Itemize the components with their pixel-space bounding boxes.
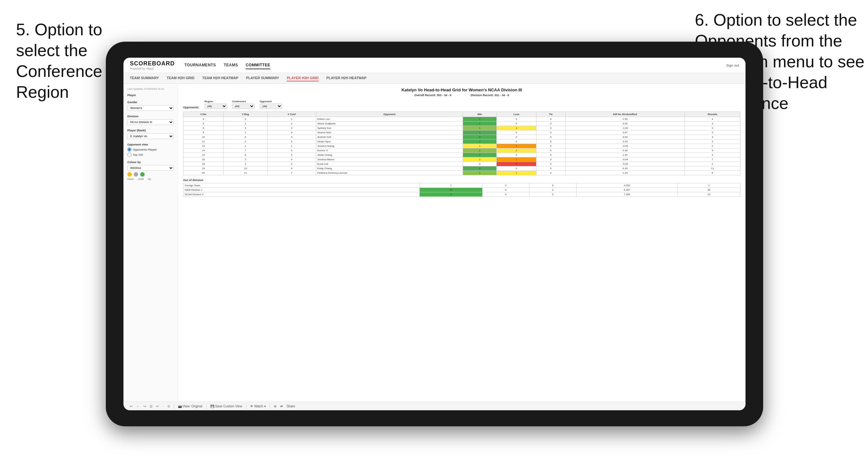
cell-div: 14 — [183, 148, 223, 153]
toolbar-view-original[interactable]: 📷 View: Original — [178, 405, 202, 408]
gender-select[interactable]: Women's — [127, 105, 174, 111]
nav-items: TOURNAMENTS TEAMS COMMITTEE — [184, 62, 717, 69]
region-select[interactable]: (All) — [205, 103, 227, 109]
ood-table-row: NCAA Division 2 5 0 0 7.400 10 — [183, 192, 740, 197]
cell-reg: 3 — [223, 157, 268, 162]
table-row: 14 7 4 Eunice Yi 2 2 0 0.38 9 — [183, 148, 740, 153]
legend-level: Level — [137, 178, 144, 181]
opponent-select[interactable]: (All) — [260, 103, 282, 109]
toolbar-grid[interactable]: ⊡ — [150, 405, 152, 408]
colour-section: Colour by Win/loss Down Level Up — [127, 161, 174, 181]
radio-top100[interactable]: Top 100 — [127, 153, 174, 157]
toolbar-share-icon[interactable]: ⇄ — [280, 405, 283, 408]
cell-loss: 0 — [497, 130, 536, 135]
circle-level — [134, 172, 138, 177]
cell-opponent: Andrea York — [316, 135, 463, 139]
cell-win: 1 — [463, 122, 497, 126]
toolbar-comment[interactable]: ⊕ — [274, 405, 276, 408]
cell-reg: 11 — [223, 171, 268, 175]
cell-opponent: Sharon Mun — [316, 130, 463, 135]
radio-opponents-played[interactable]: Opponents Played — [127, 148, 174, 152]
cell-div: 10 — [183, 135, 223, 139]
filter-row: Opponents: Region (All) Conference (All) — [183, 100, 740, 109]
cell-conf: 5 — [268, 153, 316, 157]
toolbar-save-custom[interactable]: 💾 Save Custom View — [210, 405, 242, 408]
colour-by-select[interactable]: Win/loss — [127, 165, 174, 171]
cell-reg: 2 — [223, 162, 268, 166]
cell-opponent: Emily Chang — [316, 166, 463, 171]
cell-tie: 0 — [536, 157, 565, 162]
cell-rounds: 6 — [685, 171, 740, 175]
division-record-value: 331 - 34 - 6 — [494, 94, 509, 97]
division-select[interactable]: NCAA Division III — [127, 119, 174, 125]
cell-diff: -5.00 — [565, 162, 685, 166]
sidebar-gender-label: Gender — [127, 101, 174, 104]
cell-conf: 4 — [268, 157, 316, 162]
subnav-player-summary[interactable]: PLAYER SUMMARY — [246, 75, 279, 82]
ood-cell-tie: 0 — [529, 183, 577, 188]
toolbar-circle[interactable]: ⊙ — [167, 405, 170, 408]
region-filter-label: Region — [205, 100, 227, 103]
cell-win: 1 — [463, 144, 497, 148]
sidebar-player-rank-section: Player (Rank) 8. Katelyn Vo — [127, 129, 174, 139]
toolbar-back[interactable]: ← — [136, 405, 140, 408]
circle-up — [140, 172, 145, 177]
subnav-team-summary[interactable]: TEAM SUMMARY — [130, 75, 159, 82]
toolbar-watch[interactable]: 👁 Watch ▾ — [250, 405, 266, 408]
toolbar-share[interactable]: Share — [287, 405, 295, 408]
cell-diff: 3.67 — [565, 130, 685, 135]
cell-reg: 10 — [223, 166, 268, 171]
cell-diff: 0.30 — [565, 166, 685, 171]
sub-nav: TEAM SUMMARY TEAM H2H GRID TEAM H2H HEAT… — [123, 73, 745, 84]
conference-filter-label: Conference — [232, 100, 255, 103]
radio-opponents-played-input[interactable] — [127, 148, 131, 152]
last-updated: Last Updated: 27/03/2024 16:44 — [127, 88, 174, 90]
out-of-division-table: Foreign Team 1 0 0 4.500 2 NAIA Division… — [183, 183, 740, 197]
cell-rounds: 7 — [685, 157, 740, 162]
division-record-label: Division Record: — [471, 94, 494, 97]
main-data-table: # Div # Reg # Conf Opponent Win Loss Tie… — [183, 112, 740, 175]
cell-opponent: Heejo Hyun — [316, 139, 463, 144]
logo-sub: Powered by clippd — [130, 67, 175, 70]
nav-sign-out[interactable]: Sign out — [726, 63, 739, 67]
subnav-team-h2h-heatmap[interactable]: TEAM H2H HEATMAP — [202, 75, 238, 82]
conference-select[interactable]: (All) — [232, 103, 255, 109]
cell-conf: 1 — [268, 117, 316, 122]
sidebar-player-rank-label: Player (Rank) — [127, 129, 174, 132]
cell-win: 1 — [463, 117, 497, 122]
th-opponent: Opponent — [316, 112, 463, 117]
subnav-player-h2h-heatmap[interactable]: PLAYER H2H HEATMAP — [327, 75, 367, 82]
subnav-player-h2h-grid[interactable]: PLAYER H2H GRID — [287, 75, 318, 82]
toolbar-redo[interactable]: ↪ — [143, 405, 146, 408]
cell-win: 1 — [463, 139, 497, 144]
sidebar-gender-section: Gender Women's — [127, 101, 174, 111]
nav-item-teams[interactable]: TEAMS — [224, 62, 238, 69]
cell-reg: 8 — [223, 153, 268, 157]
cell-div: 5 — [183, 122, 223, 126]
toolbar-undo[interactable]: ↩ — [130, 405, 132, 408]
cell-win: 1 — [463, 126, 497, 130]
cell-opponent: Sydney Kuo — [316, 126, 463, 130]
cell-opponent: Alexis Sudjianto — [316, 122, 463, 126]
nav-item-committee[interactable]: COMMITTEE — [246, 62, 270, 69]
player-rank-select[interactable]: 8. Katelyn Vo — [127, 133, 174, 139]
toolbar-dot[interactable]: · — [162, 405, 163, 408]
division-record: Division Record: 331 - 34 - 6 — [471, 94, 509, 97]
radio-top100-input[interactable] — [127, 153, 131, 157]
cell-diff: -1.00 — [565, 126, 685, 130]
circle-down — [127, 172, 132, 177]
ood-cell-tie: 0 — [529, 192, 577, 197]
subnav-team-h2h-grid[interactable]: TEAM H2H GRID — [167, 75, 195, 82]
ood-cell-loss: 0 — [482, 188, 529, 192]
cell-opponent: Jessica Mason — [316, 157, 463, 162]
cell-diff: -0.94 — [565, 157, 685, 162]
toolbar-enter[interactable]: ↵ — [156, 405, 159, 408]
cell-loss: 2 — [497, 162, 536, 166]
cell-conf: 2 — [268, 122, 316, 126]
th-div: # Div — [183, 112, 223, 117]
ood-cell-rounds: 10 — [678, 192, 740, 197]
cell-diff: 1.25 — [565, 153, 685, 157]
th-tie: Tie — [536, 112, 565, 117]
cell-opponent: Eunice Yi — [316, 148, 463, 153]
nav-item-tournaments[interactable]: TOURNAMENTS — [184, 62, 216, 69]
